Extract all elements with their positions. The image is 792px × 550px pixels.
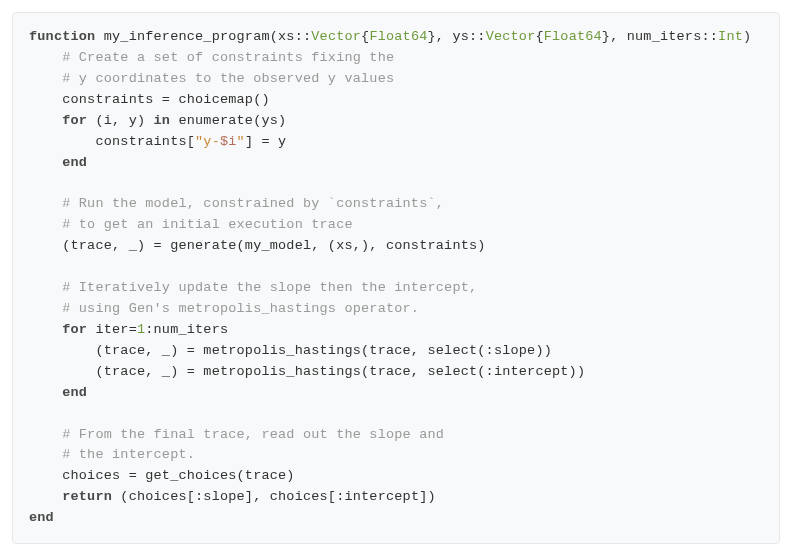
text: :num_iters <box>145 322 228 337</box>
code-line-04: constraints = choicemap() <box>62 92 270 107</box>
code-line-14: (trace, _) = metropolis_hastings(trace, … <box>95 343 552 358</box>
punct: (xs:: <box>270 29 312 44</box>
comment: # using Gen's metropolis_hastings operat… <box>62 301 419 316</box>
keyword-for: for <box>62 322 87 337</box>
text: constraints[ <box>95 134 195 149</box>
keyword-in: in <box>154 113 171 128</box>
code-line-15: (trace, _) = metropolis_hastings(trace, … <box>95 364 585 379</box>
type-vector: Vector <box>311 29 361 44</box>
code-line-20: return (choices[:slope], choices[:interc… <box>62 489 436 504</box>
comment: # Create a set of constraints fixing the <box>62 50 394 65</box>
punct: }, ys:: <box>428 29 486 44</box>
comment: # the intercept. <box>62 447 195 462</box>
text: enumerate(ys) <box>170 113 286 128</box>
text: ] = y <box>245 134 287 149</box>
keyword-for: for <box>62 113 87 128</box>
comment: # Iteratively update the slope then the … <box>62 280 477 295</box>
type-vector: Vector <box>486 29 536 44</box>
keyword-return: return <box>62 489 112 504</box>
text: (choices[:slope], choices[:intercept]) <box>112 489 436 504</box>
keyword-end: end <box>29 510 54 525</box>
code-line-01: function my_inference_program(xs::Vector… <box>29 29 751 44</box>
type-int: Int <box>718 29 743 44</box>
type-float64: Float64 <box>544 29 602 44</box>
text: iter= <box>87 322 137 337</box>
code-line-10: (trace, _) = generate(my_model, (xs,), c… <box>62 238 485 253</box>
punct: { <box>535 29 543 44</box>
keyword-function: function <box>29 29 95 44</box>
type-float64: Float64 <box>369 29 427 44</box>
string: " <box>237 134 245 149</box>
code-line-06: constraints["y-$i"] = y <box>95 134 286 149</box>
code-line-13: for iter=1:num_iters <box>62 322 228 337</box>
code-line-19: choices = get_choices(trace) <box>62 468 294 483</box>
punct: }, num_iters:: <box>602 29 718 44</box>
interp: $i <box>220 134 237 149</box>
function-name: my_inference_program <box>104 29 270 44</box>
code-block: function my_inference_program(xs::Vector… <box>12 12 780 544</box>
keyword-end: end <box>62 155 87 170</box>
comment: # Run the model, constrained by `constra… <box>62 196 444 211</box>
keyword-end: end <box>62 385 87 400</box>
number: 1 <box>137 322 145 337</box>
text: (i, y) <box>87 113 153 128</box>
comment: # From the final trace, read out the slo… <box>62 427 444 442</box>
punct: ) <box>743 29 751 44</box>
comment: # y coordinates to the observed y values <box>62 71 394 86</box>
string: "y- <box>195 134 220 149</box>
code-line-05: for (i, y) in enumerate(ys) <box>62 113 286 128</box>
comment: # to get an initial execution trace <box>62 217 353 232</box>
